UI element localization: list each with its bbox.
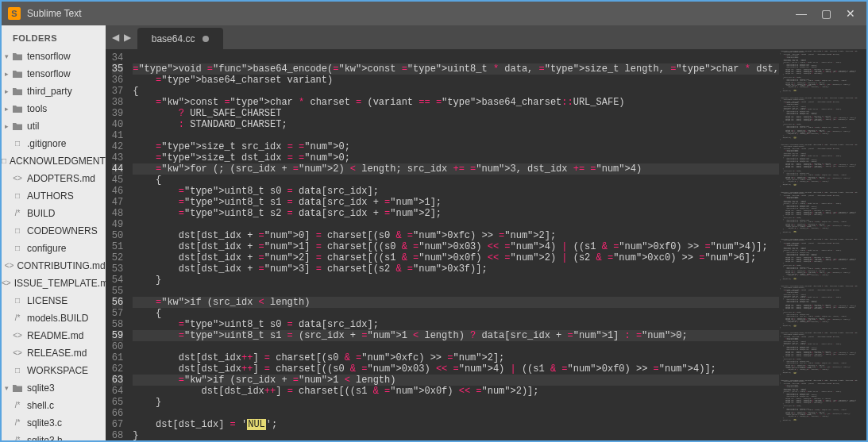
folder-item[interactable]: ▾tensorflow [2,48,106,65]
line-number[interactable]: 60 [112,341,123,352]
file-item[interactable]: □LICENSE [2,292,106,309]
file-item[interactable]: /*BUILD [2,205,106,222]
code-line[interactable]: { [133,175,779,186]
code-content[interactable]: ="type">void ="func">base64_encode(="kw"… [133,49,779,440]
tab-history-nav[interactable]: ◀ ▶ [106,25,137,49]
code-line[interactable]: : STANDARD_CHARSET; [133,119,779,130]
line-number[interactable]: 36 [112,75,123,86]
code-line[interactable]: ="type">uint8_t s0 = data[src_idx]; [133,186,779,197]
file-item[interactable]: □configure [2,240,106,257]
line-number[interactable]: 63 [112,375,123,386]
line-number-gutter[interactable]: 3435363738394041424344454647484950515253… [106,49,133,440]
code-line[interactable] [133,286,779,297]
line-number[interactable]: 44 [112,163,123,175]
code-line[interactable]: dst[dst_idx + ="num">1] = charset[((s0 &… [133,241,779,252]
minimize-button[interactable]: — [796,7,807,20]
disclosure-arrow-icon[interactable]: ▾ [2,381,11,395]
folder-item[interactable]: ▸tensorflow [2,65,106,83]
file-item[interactable]: <>ADOPTERS.md [2,170,106,187]
line-number[interactable]: 51 [112,241,123,252]
line-number[interactable]: 43 [112,152,123,163]
file-item[interactable]: □ACKNOWLEDGMENTS [2,152,106,170]
code-line[interactable]: dst[dst_idx + ="num">3] = charset[(s2 & … [133,263,779,275]
line-number[interactable]: 67 [112,419,123,430]
code-line[interactable]: ="type">uint8_t s0 = data[src_idx]; [133,319,779,330]
code-line[interactable] [133,52,779,63]
folder-item[interactable]: ▸tools [2,100,106,117]
line-number[interactable]: 58 [112,319,123,330]
file-item[interactable]: □WORKSPACE [2,362,106,379]
code-line[interactable]: ="kw">if (src_idx < length) [133,297,779,308]
file-item[interactable]: /*sqlite3.c [2,414,106,432]
code-line[interactable]: { [133,308,779,319]
file-item[interactable]: /*shell.c [2,397,106,414]
code-line[interactable]: ="kw">const ="type">char * charset = (va… [133,97,779,108]
line-number[interactable]: 66 [112,408,123,419]
code-line[interactable]: ="type">void ="func">base64_encode(="kw"… [133,63,779,75]
file-item[interactable]: □.gitignore [2,135,106,152]
maximize-button[interactable]: ▢ [821,7,831,20]
line-number[interactable]: 68 [112,430,123,440]
code-line[interactable]: { [133,86,779,97]
code-line[interactable]: dst[dst_idx] = 'NUL'; [133,419,779,430]
line-number[interactable]: 65 [112,397,123,408]
line-number[interactable]: 57 [112,308,123,319]
folder-item[interactable]: ▾sqlite3 [2,379,106,397]
code-line[interactable] [133,408,779,419]
code-line[interactable]: } [133,275,779,286]
code-editor[interactable]: 3435363738394041424344454647484950515253… [106,49,779,440]
code-line[interactable]: ="type">size_t dst_idx = ="num">0; [133,152,779,163]
line-number[interactable]: 34 [112,52,123,63]
code-line[interactable]: ="type">uint8_t s2 = data[src_idx + ="nu… [133,208,779,219]
line-number[interactable]: 62 [112,363,123,375]
minimap[interactable]: ="type">void ="func">base64_encode(="kw"… [779,49,866,440]
line-number[interactable]: 48 [112,208,123,219]
line-number[interactable]: 46 [112,186,123,197]
code-line[interactable]: ="kw">if (src_idx + ="num">1 < length) [133,375,779,386]
code-line[interactable]: ? URL_SAFE_CHARSET [133,108,779,119]
code-line[interactable]: } [133,430,779,440]
code-line[interactable]: ="type">base64_charset variant) [133,75,779,86]
code-line[interactable]: ="type">uint8_t s1 = (src_idx + ="num">1… [133,330,779,341]
file-item[interactable]: /*sqlite3.h [2,432,106,440]
close-button[interactable]: ✕ [846,7,855,20]
line-number[interactable]: 39 [112,108,123,119]
file-item[interactable]: <>README.md [2,327,106,344]
line-number[interactable]: 38 [112,97,123,108]
line-number[interactable]: 45 [112,175,123,186]
disclosure-arrow-icon[interactable]: ▸ [2,102,11,116]
file-item[interactable]: <>RELEASE.md [2,344,106,362]
folder-item[interactable]: ▸third_party [2,83,106,100]
line-number[interactable]: 50 [112,230,123,241]
line-number[interactable]: 42 [112,141,123,152]
file-item[interactable]: □AUTHORS [2,187,106,205]
file-item[interactable]: <>CONTRIBUTING.md [2,257,106,275]
line-number[interactable]: 35 [112,63,123,75]
code-line[interactable]: dst[dst_idx + ="num">0] = charset[(s0 & … [133,230,779,241]
code-line[interactable]: } [133,397,779,408]
line-number[interactable]: 56 [112,297,123,308]
folder-item[interactable]: ▸util [2,117,106,135]
line-number[interactable]: 52 [112,252,123,263]
disclosure-arrow-icon[interactable]: ▸ [2,84,11,98]
code-line[interactable]: dst[dst_idx + ="num">2] = charset[((s1 &… [133,252,779,263]
line-number[interactable]: 47 [112,197,123,208]
line-number[interactable]: 40 [112,119,123,130]
line-number[interactable]: 53 [112,263,123,275]
file-item[interactable]: □CODEOWNERS [2,222,106,240]
line-number[interactable]: 41 [112,130,123,141]
nav-forward-icon[interactable]: ▶ [124,32,131,43]
file-item[interactable]: /*models.BUILD [2,309,106,327]
code-line[interactable] [133,219,779,230]
sidebar[interactable]: FOLDERS ▾tensorflow▸tensorflow▸third_par… [2,25,106,440]
code-line[interactable] [133,130,779,141]
line-number[interactable]: 55 [112,286,123,297]
nav-back-icon[interactable]: ◀ [112,32,119,43]
disclosure-arrow-icon[interactable]: ▸ [2,67,11,81]
tab-active[interactable]: base64.cc [137,28,224,49]
code-line[interactable]: ="kw">for (; (src_idx + ="num">2) < leng… [133,163,779,175]
code-line[interactable]: dst[dst_idx++] = charset[((s0 & ="num">0… [133,363,779,375]
file-item[interactable]: <>ISSUE_TEMPLATE.md [2,275,106,292]
disclosure-arrow-icon[interactable]: ▾ [2,49,11,63]
code-line[interactable] [133,341,779,352]
